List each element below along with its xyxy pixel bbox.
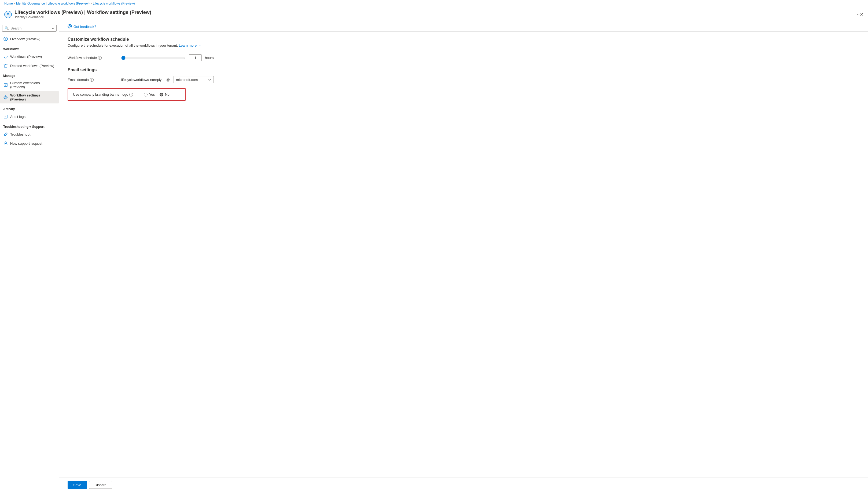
sidebar-item-overview[interactable]: Overview (Preview) — [0, 34, 59, 43]
overview-icon — [3, 36, 8, 41]
workflow-settings-label: Workflow settings (Preview) — [10, 93, 55, 101]
branding-radio-group: Yes No — [144, 93, 169, 96]
email-prefix: lifecycleworkflows-noreply — [121, 78, 162, 82]
branding-yes-radio[interactable] — [144, 93, 147, 96]
branding-yes-option[interactable]: Yes — [144, 93, 155, 96]
custom-extensions-icon — [3, 82, 8, 88]
collapse-icon[interactable]: « — [52, 26, 54, 30]
search-box[interactable]: 🔍 « — [2, 25, 56, 32]
learn-more-link[interactable]: Learn more ↗ — [179, 43, 201, 47]
feedback-bar: Got feedback? — [59, 22, 868, 32]
app-subtitle: Identity Governance — [15, 15, 852, 19]
feedback-button[interactable]: Got feedback? — [68, 24, 96, 29]
activity-section-label: Activity — [0, 103, 59, 112]
app-title: Lifecycle workflows (Preview) | Workflow… — [15, 10, 852, 15]
new-support-label: New support request — [10, 142, 42, 146]
email-settings-section: Email settings Email domain i lifecyclew… — [68, 68, 860, 101]
troubleshooting-section-label: Troubleshooting + Support — [0, 121, 59, 130]
deleted-workflows-icon — [3, 63, 8, 68]
sidebar-item-troubleshoot[interactable]: Troubleshoot — [0, 130, 59, 139]
feedback-label: Got feedback? — [73, 25, 96, 29]
troubleshoot-icon — [3, 132, 8, 137]
manage-section-label: Manage — [0, 70, 59, 79]
troubleshoot-label: Troubleshoot — [10, 132, 30, 137]
email-domain-label: Email domain i — [68, 78, 121, 82]
branding-no-option[interactable]: No — [160, 93, 169, 96]
sidebar-item-workflows[interactable]: Workflows (Preview) — [0, 52, 59, 61]
domain-select[interactable]: microsoft.com outlook.com — [173, 76, 214, 83]
svg-rect-4 — [4, 65, 7, 67]
email-domain-row: Email domain i lifecycleworkflows-norepl… — [68, 76, 860, 83]
branding-no-radio[interactable] — [160, 93, 163, 96]
app-icon — [4, 11, 12, 18]
workflow-schedule-row: Workflow schedule i hours — [68, 54, 860, 61]
workflows-section-label: Workflows — [0, 43, 59, 52]
schedule-control: hours — [121, 54, 860, 61]
new-support-icon — [3, 141, 8, 146]
schedule-slider[interactable] — [121, 56, 186, 60]
overview-label: Overview (Preview) — [10, 37, 41, 41]
branding-yes-label: Yes — [149, 93, 155, 96]
svg-point-10 — [69, 25, 71, 27]
breadcrumb-lifecycle-workflows[interactable]: Lifecycle workflows (Preview) — [93, 2, 135, 5]
svg-rect-7 — [4, 115, 7, 118]
svg-point-1 — [7, 14, 9, 15]
save-button[interactable]: Save — [68, 481, 87, 489]
sidebar: 🔍 « Overview (Preview) Workflows Workflo… — [0, 22, 59, 492]
schedule-info-icon[interactable]: i — [98, 56, 102, 60]
audit-logs-label: Audit logs — [10, 115, 25, 119]
sidebar-item-audit-logs[interactable]: Audit logs — [0, 112, 59, 121]
email-domain-info-icon[interactable]: i — [90, 78, 94, 82]
bottom-bar: Save Discard — [59, 477, 868, 492]
schedule-label: Workflow schedule i — [68, 56, 121, 60]
search-icon: 🔍 — [4, 26, 9, 30]
content-area: Got feedback? Customize workflow schedul… — [59, 22, 868, 492]
content-inner: Customize workflow schedule Configure th… — [59, 32, 868, 477]
sidebar-item-new-support[interactable]: New support request — [0, 139, 59, 148]
schedule-section: Customize workflow schedule Configure th… — [68, 37, 860, 53]
close-button[interactable]: ✕ — [860, 11, 864, 18]
svg-point-3 — [5, 38, 6, 40]
workflow-settings-icon — [3, 95, 8, 100]
workflows-icon — [3, 54, 8, 59]
custom-extensions-label: Custom extensions (Preview) — [10, 81, 55, 89]
svg-point-8 — [5, 142, 6, 143]
workflows-label: Workflows (Preview) — [10, 55, 42, 59]
company-branding-box: Use company branding banner logo i Yes N… — [68, 88, 186, 101]
deleted-workflows-label: Deleted workflows (Preview) — [10, 64, 54, 68]
schedule-section-desc: Configure the schedule for execution of … — [68, 43, 860, 47]
sidebar-item-workflow-settings[interactable]: Workflow settings (Preview) — [0, 91, 59, 103]
breadcrumb-identity-governance[interactable]: Identity Governance | Lifecycle workflow… — [16, 2, 90, 5]
schedule-section-title: Customize workflow schedule — [68, 37, 860, 42]
email-settings-title: Email settings — [68, 68, 860, 72]
audit-logs-icon — [3, 114, 8, 119]
svg-point-6 — [5, 97, 6, 98]
email-domain-control: lifecycleworkflows-noreply @ microsoft.c… — [121, 76, 860, 83]
discard-button[interactable]: Discard — [89, 481, 112, 489]
branding-info-icon[interactable]: i — [129, 93, 133, 96]
branding-no-label: No — [165, 93, 169, 96]
schedule-unit: hours — [205, 56, 214, 60]
more-button[interactable]: ··· — [855, 11, 860, 18]
schedule-value-input[interactable] — [189, 54, 202, 61]
search-input[interactable] — [10, 26, 51, 30]
sidebar-item-custom-extensions[interactable]: Custom extensions (Preview) — [0, 79, 59, 91]
breadcrumb: Home › Identity Governance | Lifecycle w… — [0, 0, 868, 7]
feedback-icon — [68, 24, 72, 29]
breadcrumb-home[interactable]: Home — [4, 2, 13, 5]
branding-label: Use company branding banner logo i — [73, 93, 133, 96]
sidebar-item-deleted-workflows[interactable]: Deleted workflows (Preview) — [0, 61, 59, 70]
at-sign: @ — [166, 78, 170, 82]
external-link-icon: ↗ — [198, 44, 201, 47]
top-bar: Lifecycle workflows (Preview) | Workflow… — [0, 7, 868, 22]
